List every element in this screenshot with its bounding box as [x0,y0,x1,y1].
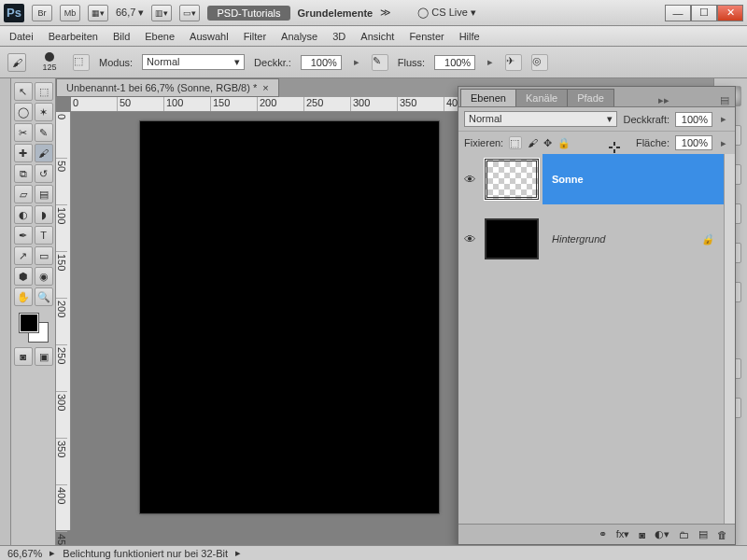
layer-thumbnail[interactable] [485,218,539,259]
blur-tool[interactable]: ◐ [14,205,33,224]
3d-tool[interactable]: ⬢ [14,267,33,286]
menu-bearbeiten[interactable]: Bearbeiten [49,31,98,42]
quickmask-toggle[interactable]: ◙ [14,347,33,366]
bridge-button[interactable]: Br [32,5,52,21]
blend-mode-dropdown[interactable]: Normal▾ [464,111,617,127]
mode-dropdown[interactable]: Normal▾ [142,54,245,70]
opacity-input[interactable]: 100% [301,55,342,70]
menu-ansicht[interactable]: Ansicht [360,31,394,42]
color-swatches[interactable] [20,314,48,342]
brush-tool[interactable]: 🖌 [35,144,53,162]
menu-bar: Datei Bearbeiten Bild Ebene Auswahl Filt… [0,26,747,47]
menu-analyse[interactable]: Analyse [281,31,317,42]
tab-close-icon[interactable]: × [262,82,268,93]
panel-scrollbar[interactable] [724,154,735,524]
arrange-button[interactable]: ▥▾ [151,5,172,21]
pressure-size-toggle[interactable]: ◎ [531,54,548,71]
menu-filter[interactable]: Filter [244,31,266,42]
delete-layer-icon[interactable]: 🗑 [717,529,727,540]
fill-flyout[interactable]: ▸ [718,137,729,149]
marquee-tool[interactable]: ⬚ [35,82,53,101]
foreground-color[interactable] [20,314,38,332]
lock-position-icon[interactable]: ✥ [543,137,552,149]
zoom-tool[interactable]: 🔍 [35,287,53,306]
menu-bild[interactable]: Bild [113,31,130,42]
document-canvas[interactable] [140,121,439,513]
eyedropper-tool[interactable]: ✎ [35,123,53,142]
maximize-button[interactable]: ☐ [691,5,717,21]
layer-thumbnail[interactable] [485,159,539,200]
minibridge-button[interactable]: Mb [60,5,80,21]
airbrush-toggle[interactable]: ✈ [505,54,522,71]
status-zoom[interactable]: 66,67% [7,548,42,559]
menu-datei[interactable]: Datei [9,31,34,42]
opacity-flyout[interactable]: ▸ [351,56,362,68]
path-select-tool[interactable]: ↗ [14,246,33,265]
panel-collapse-icon[interactable]: ▸▸ [653,94,675,106]
flow-input[interactable]: 100% [434,55,475,70]
3dcamera-tool[interactable]: ◉ [35,267,53,286]
menu-fenster[interactable]: Fenster [409,31,444,42]
pen-tool[interactable]: ✒ [14,226,33,245]
tab-ebenen[interactable]: Ebenen [460,89,516,106]
panel-menu-icon[interactable]: ▤ [714,94,735,106]
healing-tool[interactable]: ✚ [14,144,33,162]
shape-tool[interactable]: ▭ [35,246,53,265]
fill-input[interactable]: 100% [675,135,712,150]
layer-opacity-flyout[interactable]: ▸ [718,113,729,125]
vertical-ruler[interactable]: 050100150200250300350400450 [56,112,71,530]
layer-opacity-input[interactable]: 100% [675,112,712,127]
hand-tool[interactable]: ✋ [14,287,33,306]
crop-tool[interactable]: ✂ [14,123,33,142]
lasso-tool[interactable]: ◯ [14,103,33,121]
screenmode-button[interactable]: ▭▾ [179,5,200,21]
layer-name[interactable]: Hintergrund 🔒 [543,214,724,264]
menu-ebene[interactable]: Ebene [145,31,175,42]
eraser-tool[interactable]: ▱ [14,185,33,203]
visibility-toggle[interactable]: 👁 [458,173,481,187]
screenmode-toggle[interactable]: ▣ [35,347,53,366]
workspace-selector[interactable]: PSD-Tutorials [207,6,289,21]
layer-name[interactable]: Sonne [543,154,724,204]
lock-image-icon[interactable]: 🖌 [528,137,538,148]
gradient-tool[interactable]: ▤ [35,185,53,203]
menu-hilfe[interactable]: Hilfe [459,31,480,42]
adjustment-layer-icon[interactable]: ◐▾ [655,528,669,540]
workspace-secondary[interactable]: Grundelemente [298,7,374,19]
tab-kanaele[interactable]: Kanäle [515,89,568,106]
layer-row[interactable]: 👁 Hintergrund 🔒 [458,214,724,264]
left-dock-edge[interactable] [0,78,11,545]
brush-panel-toggle[interactable]: ⬚ [73,54,90,71]
workspace-more[interactable]: ≫ [380,7,391,19]
pressure-opacity-toggle[interactable]: ✎ [372,54,388,71]
stamp-tool[interactable]: ⧉ [14,164,33,183]
screenview-button[interactable]: ▦▾ [88,5,108,21]
zoom-level[interactable]: 66,7 ▾ [116,7,144,19]
layer-list: 👁 Sonne 👁 Hintergrund 🔒 [458,154,724,524]
dodge-tool[interactable]: ◗ [35,205,53,224]
tool-preset-picker[interactable]: 🖌 [7,53,26,72]
link-layers-icon[interactable]: ⚭ [599,528,607,540]
cslive-button[interactable]: CS Live [431,7,468,18]
group-icon[interactable]: 🗀 [679,529,689,540]
type-tool[interactable]: T [35,226,53,245]
history-brush-tool[interactable]: ↺ [35,164,53,183]
lock-all-icon[interactable]: 🔒 [557,137,571,149]
new-layer-icon[interactable]: ▤ [698,528,708,540]
brush-picker[interactable]: 125 [35,52,63,72]
minimize-button[interactable]: — [665,5,691,21]
tab-pfade[interactable]: Pfade [567,89,614,106]
menu-3d[interactable]: 3D [332,31,345,42]
quickselect-tool[interactable]: ✶ [35,103,53,121]
visibility-toggle[interactable]: 👁 [458,232,481,246]
lock-transparent-icon[interactable]: ⬚ [509,136,522,149]
flow-flyout[interactable]: ▸ [485,56,496,68]
menu-auswahl[interactable]: Auswahl [190,31,229,42]
move-tool[interactable]: ↖ [14,82,33,101]
layer-row[interactable]: 👁 Sonne [458,154,724,204]
opacity-label: Deckkr.: [254,57,291,68]
fx-icon[interactable]: fx▾ [616,528,630,540]
document-tab[interactable]: Unbenannt-1 bei 66,7% (Sonne, RGB/8) *× [56,78,279,97]
mask-icon[interactable]: ◙ [639,529,645,540]
close-button[interactable]: ✕ [717,5,743,21]
